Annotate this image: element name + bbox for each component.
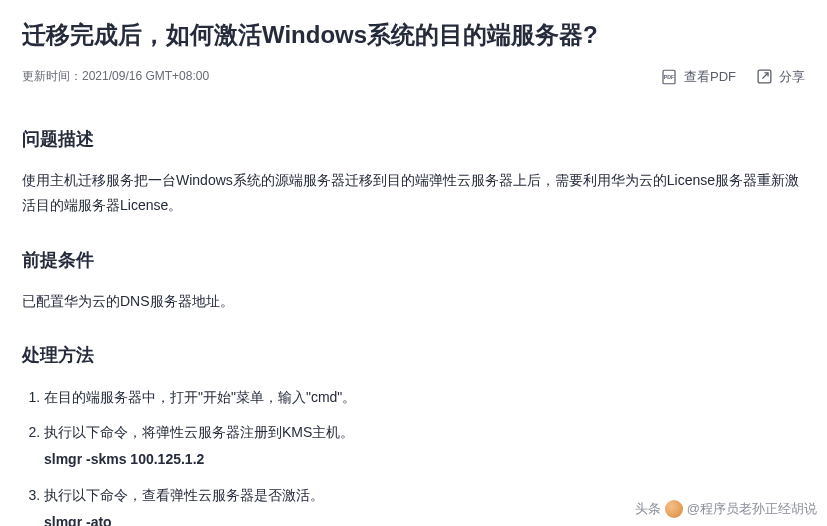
step-2: 执行以下命令，将弹性云服务器注册到KMS主机。 slmgr -skms 100.… — [44, 420, 805, 472]
method-steps: 在目的端服务器中，打开"开始"菜单，输入"cmd"。 执行以下命令，将弹性云服务… — [22, 385, 805, 526]
view-pdf-label: 查看PDF — [684, 66, 736, 88]
update-time: 更新时间：2021/09/16 GMT+08:00 — [22, 66, 209, 86]
section-prereq-body: 已配置华为云的DNS服务器地址。 — [22, 289, 805, 314]
step-1: 在目的端服务器中，打开"开始"菜单，输入"cmd"。 — [44, 385, 805, 410]
meta-row: 更新时间：2021/09/16 GMT+08:00 PDF 查看PDF 分享 — [22, 66, 805, 88]
update-value: 2021/09/16 GMT+08:00 — [82, 69, 209, 83]
view-pdf-button[interactable]: PDF 查看PDF — [660, 66, 736, 88]
step-command: slmgr -skms 100.125.1.2 — [44, 447, 805, 472]
svg-text:PDF: PDF — [664, 74, 675, 80]
step-text: 执行以下命令，查看弹性云服务器是否激活。 — [44, 487, 324, 503]
section-problem-body: 使用主机迁移服务把一台Windows系统的源端服务器迁移到目的端弹性云服务器上后… — [22, 168, 805, 218]
share-button[interactable]: 分享 — [756, 66, 805, 88]
share-label: 分享 — [779, 66, 805, 88]
step-text: 在目的端服务器中，打开"开始"菜单，输入"cmd"。 — [44, 389, 356, 405]
step-3: 执行以下命令，查看弹性云服务器是否激活。 slmgr -ato 如果出现错误：0… — [44, 483, 805, 526]
update-label: 更新时间： — [22, 69, 82, 83]
step-command: slmgr -ato — [44, 510, 805, 526]
section-problem-heading: 问题描述 — [22, 124, 805, 155]
step-text: 执行以下命令，将弹性云服务器注册到KMS主机。 — [44, 424, 354, 440]
section-prereq-heading: 前提条件 — [22, 245, 805, 276]
pdf-icon: PDF — [660, 68, 678, 86]
share-icon — [756, 68, 773, 85]
page-title: 迁移完成后，如何激活Windows系统的目的端服务器? — [22, 18, 805, 52]
section-method-heading: 处理方法 — [22, 340, 805, 371]
